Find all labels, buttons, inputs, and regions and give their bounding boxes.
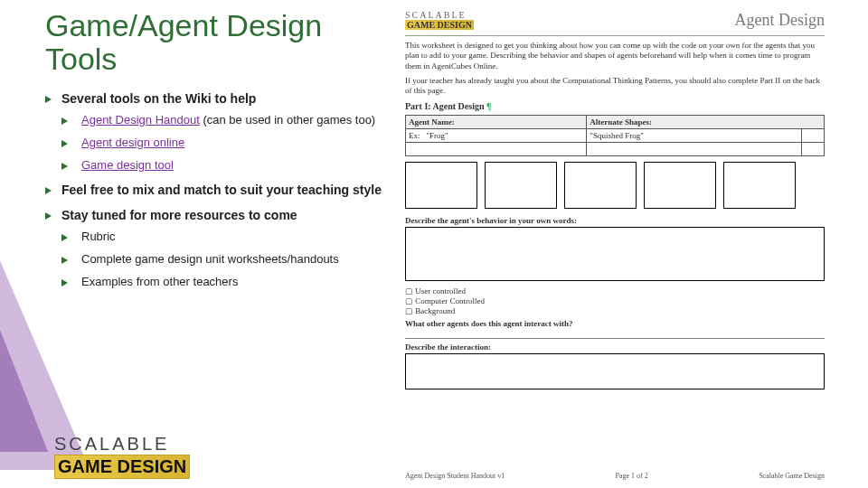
opt-background: Background (405, 306, 825, 315)
shape-cells (405, 162, 825, 209)
th-agent-name: Agent Name: (406, 116, 587, 129)
chevron-right-icon (61, 257, 68, 264)
worksheet-intro: This worksheet is designed to get you th… (405, 41, 825, 71)
bullet-mixmatch: Feel free to mix and match to suit your … (45, 183, 398, 197)
control-options: User controlled Computer Controlled Back… (405, 286, 825, 315)
interaction-box (405, 353, 825, 389)
interact-label: What other agents does this agent intera… (405, 319, 825, 328)
bullet-staytuned: Stay tuned for more resources to come Ru… (45, 208, 398, 288)
bullet-text: Complete game design unit worksheets/han… (81, 252, 339, 266)
sub-online: Agent design online (61, 136, 398, 149)
shape-cell (564, 162, 637, 209)
shape-cell (485, 162, 557, 209)
chevron-right-icon (61, 163, 68, 170)
chevron-right-icon (61, 279, 68, 286)
chevron-right-icon (61, 234, 68, 241)
sub-gametool: Game design tool (61, 158, 398, 172)
opt-computer: Computer Controlled (405, 296, 825, 305)
sub-examples: Examples from other teachers (61, 275, 398, 288)
shape-cell (723, 162, 796, 209)
bullet-text: Rubric (81, 230, 116, 243)
sub-rubric: Rubric (61, 230, 398, 243)
worksheet-preview: SCALABLE GAME DESIGN Agent Design This w… (389, 5, 841, 483)
chevron-right-icon (45, 96, 52, 103)
chevron-right-icon (45, 187, 52, 194)
worksheet-logo: SCALABLE GAME DESIGN (405, 10, 474, 30)
bullet-text: Examples from other teachers (81, 275, 238, 288)
shape-cell (644, 162, 716, 209)
slide-text-content: Game/Agent Design Tools Several tools on… (45, 9, 398, 299)
worksheet-title: Agent Design (735, 11, 825, 30)
chevron-right-icon (61, 140, 68, 147)
agent-design-handout-link[interactable]: Agent Design Handout (81, 113, 200, 127)
chevron-right-icon (61, 117, 68, 125)
chevron-right-icon (45, 212, 52, 220)
describe-interaction-label: Describe the interaction: (405, 343, 825, 352)
divider (405, 35, 825, 36)
th-alt-shapes: Alternate Shapes: (587, 116, 825, 129)
pilcrow-icon: ¶ (486, 101, 491, 111)
game-design-tool-link[interactable]: Game design tool (81, 158, 174, 172)
bullet-tools: Several tools on the Wiki to help Agent … (45, 91, 398, 172)
blank-line (405, 330, 825, 339)
agent-design-online-link[interactable]: Agent design online (81, 136, 184, 149)
bullet-text: Several tools on the Wiki to help (61, 91, 256, 106)
agent-name-table: Agent Name:Alternate Shapes: Ex: "Frog""… (405, 115, 825, 156)
bullet-text: (can be used in other games too) (200, 113, 375, 127)
logo-row2: GAME DESIGN (54, 455, 190, 479)
sub-worksheets: Complete game design unit worksheets/han… (61, 252, 398, 266)
describe-label: Describe the agent's behavior in your ow… (405, 216, 825, 225)
bullet-text: Feel free to mix and match to suit your … (61, 183, 382, 197)
worksheet-part1-heading: Part I: Agent Design ¶ (405, 101, 825, 111)
scalable-game-design-logo: SCALABLE GAME DESIGN (54, 434, 222, 479)
bullet-text: Stay tuned for more resources to come (61, 208, 297, 222)
worksheet-footer: Agent Design Student Handout v1 Page 1 o… (405, 472, 825, 480)
slide-title: Game/Agent Design Tools (45, 9, 398, 77)
shape-cell (405, 162, 477, 209)
opt-user: User controlled (405, 286, 825, 296)
describe-box (405, 227, 825, 281)
worksheet-teacher-note: If your teacher has already taught you a… (405, 76, 825, 97)
sub-handout: Agent Design Handout (can be used in oth… (61, 113, 398, 127)
logo-row1: SCALABLE (54, 434, 222, 455)
